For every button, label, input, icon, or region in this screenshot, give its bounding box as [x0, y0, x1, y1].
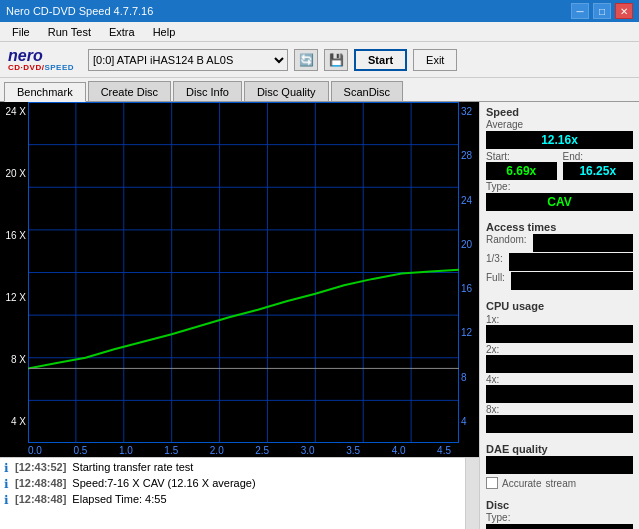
menu-runtest[interactable]: Run Test [40, 24, 99, 40]
access-third-label: 1/3: [486, 253, 503, 271]
speed-start-label: Start: [486, 151, 510, 162]
disc-type-label: Type: [486, 512, 633, 523]
tab-disc-quality[interactable]: Disc Quality [244, 81, 329, 101]
disc-header: Disc [486, 499, 633, 511]
y-axis-right: 32 28 24 20 16 12 8 4 [459, 102, 479, 443]
nero-logo-bottom: CD·DVD/SPEED [8, 64, 74, 72]
cpu-col-left: 1x: 2x: 4x: 8x: [486, 313, 633, 433]
main-content: 24 X 20 X 16 X 12 X 8 X 4 X 32 28 24 20 … [0, 102, 639, 529]
y-axis-left: 24 X 20 X 16 X 12 X 8 X 4 X [0, 102, 28, 443]
access-random-value [533, 234, 633, 252]
start-button[interactable]: Start [354, 49, 407, 71]
tab-create-disc[interactable]: Create Disc [88, 81, 171, 101]
x-1.0: 1.0 [119, 445, 133, 457]
drive-select[interactable]: [0:0] ATAPI iHAS124 B AL0S [88, 49, 288, 71]
y-label-4: 4 X [0, 416, 26, 427]
access-random-label: Random: [486, 234, 527, 252]
x-2.5: 2.5 [255, 445, 269, 457]
access-full-value [511, 272, 633, 290]
tab-benchmark[interactable]: Benchmark [4, 82, 86, 102]
speed-type-label: Type: [486, 181, 633, 192]
tab-disc-info[interactable]: Disc Info [173, 81, 242, 101]
log-scrollbar[interactable] [465, 458, 479, 529]
chart-canvas [28, 102, 459, 443]
speed-type-value: CAV [486, 193, 633, 211]
cpu-2x-label: 2x: [486, 344, 499, 355]
tab-scan-disc[interactable]: ScanDisc [331, 81, 403, 101]
dae-value [486, 456, 633, 474]
yr-12: 12 [461, 327, 479, 338]
yr-4: 4 [461, 416, 479, 427]
cpu-rows: 1x: 2x: 4x: 8x: [486, 313, 633, 433]
refresh-icon[interactable]: 🔄 [294, 49, 318, 71]
y-label-20: 20 X [0, 168, 26, 179]
log-area: ℹ [12:43:52] Starting transfer rate test… [0, 457, 479, 529]
titlebar-title: Nero CD-DVD Speed 4.7.7.16 [6, 5, 153, 17]
yr-32: 32 [461, 106, 479, 117]
cpu-1x-row: 1x: [486, 313, 633, 343]
dae-header: DAE quality [486, 443, 633, 455]
speed-end-col: End: 16.25x [563, 150, 634, 180]
x-2.0: 2.0 [210, 445, 224, 457]
cpu-2x-value [486, 355, 633, 373]
y-label-16: 16 X [0, 230, 26, 241]
log-icon-1: ℹ [4, 477, 9, 491]
menu-extra[interactable]: Extra [101, 24, 143, 40]
speed-start-value: 6.69x [486, 162, 557, 180]
access-row-full: Full: [486, 272, 633, 290]
access-header: Access times [486, 221, 633, 233]
nero-logo-top: nero [8, 48, 74, 64]
speed-average-value: 12.16x [486, 131, 633, 149]
cpu-4x-row: 4x: [486, 373, 633, 403]
menu-help[interactable]: Help [145, 24, 184, 40]
close-button[interactable]: ✕ [615, 3, 633, 19]
cpu-4x-value [486, 385, 633, 403]
maximize-button[interactable]: □ [593, 3, 611, 19]
nero-logo: nero CD·DVD/SPEED [8, 48, 74, 72]
menu-file[interactable]: File [4, 24, 38, 40]
yr-16: 16 [461, 283, 479, 294]
yr-20: 20 [461, 239, 479, 250]
y-label-12: 12 X [0, 292, 26, 303]
access-full-label: Full: [486, 272, 505, 290]
y-label-24: 24 X [0, 106, 26, 117]
x-0.0: 0.0 [28, 445, 42, 457]
stream-label: stream [545, 478, 576, 489]
save-icon[interactable]: 💾 [324, 49, 348, 71]
menubar: File Run Test Extra Help [0, 22, 639, 42]
log-content: ℹ [12:43:52] Starting transfer rate test… [0, 458, 465, 529]
chart-area: 24 X 20 X 16 X 12 X 8 X 4 X 32 28 24 20 … [0, 102, 479, 443]
speed-end-label: End: [563, 151, 584, 162]
yr-24: 24 [461, 195, 479, 206]
cpu-2x-row: 2x: [486, 343, 633, 373]
log-row-2: ℹ [12:48:48] Elapsed Time: 4:55 [4, 492, 461, 508]
access-row-third: 1/3: [486, 253, 633, 271]
log-text-0: Starting transfer rate test [72, 461, 193, 475]
right-panel: Speed Average 12.16x Start: 6.69x End: 1… [479, 102, 639, 529]
speed-start-col: Start: 6.69x [486, 150, 557, 180]
minimize-button[interactable]: ─ [571, 3, 589, 19]
accurate-stream-row: Accurate stream [486, 477, 633, 489]
log-time-1: [12:48:48] [15, 477, 66, 491]
disc-section: Disc Type: DVD-R Length: 4.38 GB [486, 499, 633, 529]
log-time-0: [12:43:52] [15, 461, 66, 475]
x-4.0: 4.0 [392, 445, 406, 457]
speed-header: Speed [486, 106, 633, 118]
cpu-8x-row: 8x: [486, 403, 633, 433]
exit-button[interactable]: Exit [413, 49, 457, 71]
access-section: Access times Random: 1/3: Full: [486, 221, 633, 290]
accurate-label: Accurate [502, 478, 541, 489]
access-row-random: Random: [486, 234, 633, 252]
log-row-0: ℹ [12:43:52] Starting transfer rate test [4, 460, 461, 476]
titlebar: Nero CD-DVD Speed 4.7.7.16 ─ □ ✕ [0, 0, 639, 22]
dae-section: DAE quality Accurate stream [486, 443, 633, 489]
yr-8: 8 [461, 372, 479, 383]
x-3.5: 3.5 [346, 445, 360, 457]
x-0.5: 0.5 [73, 445, 87, 457]
accurate-stream-checkbox[interactable] [486, 477, 498, 489]
x-1.5: 1.5 [164, 445, 178, 457]
log-text-1: Speed:7-16 X CAV (12.16 X average) [72, 477, 255, 491]
x-axis: 0.0 0.5 1.0 1.5 2.0 2.5 3.0 3.5 4.0 4.5 [0, 443, 479, 457]
speed-start-end: Start: 6.69x End: 16.25x [486, 150, 633, 180]
cpu-section: CPU usage 1x: 2x: 4x: [486, 300, 633, 433]
